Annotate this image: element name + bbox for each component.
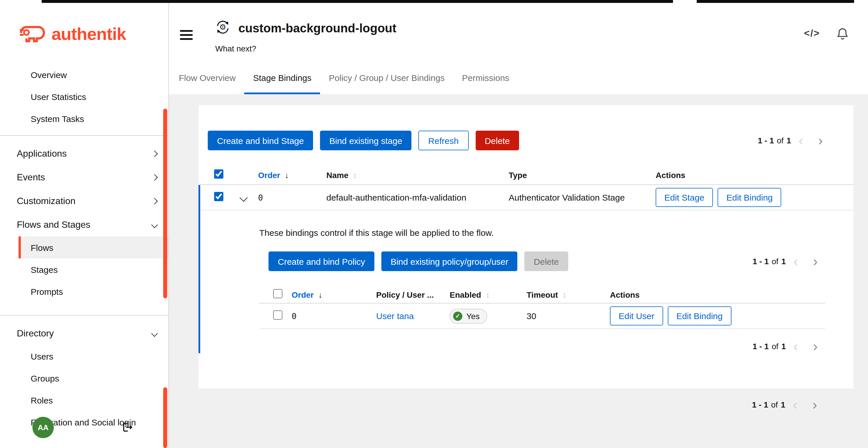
- sidebar-nav: Overview User Statistics System Tasks Ap…: [0, 54, 168, 433]
- tab-flow-overview[interactable]: Flow Overview: [179, 73, 245, 94]
- previous-page-icon[interactable]: ‹: [785, 398, 805, 412]
- column-header-order[interactable]: Order↓: [292, 290, 376, 299]
- bindings-note: These bindings control if this stage wil…: [259, 228, 825, 238]
- row-expander-icon[interactable]: [240, 194, 248, 202]
- refresh-button[interactable]: Refresh: [418, 131, 468, 150]
- create-and-bind-policy-button[interactable]: Create and bind Policy: [269, 251, 374, 271]
- svg-text:⚙: ⚙: [219, 23, 226, 32]
- sidebar-item-label: Users: [31, 351, 53, 361]
- check-icon: ✓: [453, 311, 462, 320]
- pagination-label: 1 - 1of1: [758, 136, 791, 145]
- sort-icon: ↕: [353, 170, 357, 179]
- policy-user-link[interactable]: User tana: [376, 311, 414, 321]
- chevron-right-icon: [151, 198, 158, 204]
- sidebar-item-label: Applications: [17, 148, 67, 159]
- previous-page-icon[interactable]: ‹: [791, 134, 811, 147]
- tab-permissions[interactable]: Permissions: [454, 73, 518, 94]
- sidebar: authentik Overview User Statistics Syste…: [0, 3, 169, 448]
- sidebar-item-prompts[interactable]: Prompts: [19, 280, 168, 302]
- policy-table-row: 0 User tana ✓ Yes 30: [259, 304, 825, 329]
- sidebar-item-stages[interactable]: Stages: [19, 259, 168, 280]
- sidebar-item-label: Flows and Stages: [17, 219, 90, 230]
- column-header-enabled[interactable]: Enabled↕: [450, 290, 527, 299]
- avatar[interactable]: AA: [32, 417, 54, 438]
- column-header-name[interactable]: Name↕: [327, 170, 509, 179]
- delete-button[interactable]: Delete: [475, 131, 519, 150]
- pagination-label: 1 - 1of1: [752, 257, 786, 266]
- chevron-right-icon: [151, 150, 158, 157]
- logout-icon[interactable]: [122, 421, 133, 435]
- sidebar-item-groups[interactable]: Groups: [19, 367, 168, 389]
- stage-table-header: Order↓ Name↕ Type Actions: [198, 165, 854, 185]
- column-header-order[interactable]: Order↓: [258, 170, 327, 179]
- create-and-bind-stage-button[interactable]: Create and bind Stage: [208, 131, 313, 150]
- edit-binding-button[interactable]: Edit Binding: [717, 188, 781, 207]
- column-header-timeout[interactable]: Timeout↕: [527, 290, 610, 299]
- sidebar-item-overview[interactable]: Overview: [19, 64, 168, 85]
- delete-policy-button[interactable]: Delete: [525, 251, 568, 271]
- sort-icon: ↕: [486, 290, 490, 299]
- policy-table-header: Order↓ Policy / User ... Enabled↕ Timeou…: [259, 286, 825, 304]
- sidebar-item-user-statistics[interactable]: User Statistics: [19, 85, 168, 107]
- sidebar-item-label: Events: [17, 172, 45, 182]
- sidebar-scrollbar-thumb[interactable]: [163, 109, 167, 298]
- code-icon[interactable]: </>: [804, 28, 820, 39]
- sidebar-item-label: Roles: [31, 395, 53, 405]
- previous-page-icon[interactable]: ‹: [786, 254, 806, 268]
- row-checkbox[interactable]: [273, 310, 282, 320]
- row-order: 0: [292, 311, 376, 320]
- bind-existing-policy-button[interactable]: Bind existing policy/group/user: [381, 251, 518, 271]
- expanded-row-block: 0 default-authentication-mfa-validation …: [198, 185, 854, 353]
- sidebar-item-system-tasks[interactable]: System Tasks: [19, 107, 168, 130]
- sidebar-item-roles[interactable]: Roles: [19, 389, 168, 411]
- sidebar-divider: [0, 315, 168, 316]
- policy-pagination-top: 1 - 1of1 ‹ ›: [752, 254, 825, 268]
- sidebar-item-label: Flows: [31, 242, 53, 252]
- sidebar-item-label: Prompts: [31, 286, 63, 296]
- sidebar-item-users[interactable]: Users: [19, 345, 168, 367]
- tab-policy-group-user-bindings[interactable]: Policy / Group / User Bindings: [320, 73, 454, 94]
- pagination-label: 1 - 1of1: [752, 400, 785, 409]
- edit-user-button[interactable]: Edit User: [610, 306, 663, 325]
- enabled-badge: ✓ Yes: [450, 308, 487, 323]
- flow-icon: ⚙: [215, 20, 230, 37]
- sidebar-item-flows-and-stages[interactable]: Flows and Stages: [0, 213, 168, 236]
- sidebar-scrollbar-thumb[interactable]: [163, 387, 167, 448]
- pagination-top: 1 - 1of1 ‹ ›: [758, 134, 830, 147]
- next-page-icon[interactable]: ›: [806, 254, 825, 268]
- menu-icon[interactable]: [179, 29, 194, 41]
- next-page-icon[interactable]: ›: [811, 134, 830, 147]
- edit-binding-button[interactable]: Edit Binding: [668, 306, 731, 325]
- sidebar-item-label: Overview: [31, 70, 67, 79]
- main-area: ⚙ custom-background-logout What next? </…: [169, 3, 868, 448]
- sidebar-item-label: Stages: [31, 265, 58, 274]
- sort-desc-icon: ↓: [318, 290, 322, 299]
- bind-existing-stage-button[interactable]: Bind existing stage: [320, 131, 411, 150]
- sidebar-divider: [0, 135, 168, 136]
- sidebar-item-label: Customization: [17, 196, 75, 206]
- bell-icon[interactable]: [836, 27, 849, 40]
- sidebar-item-applications[interactable]: Applications: [0, 142, 168, 165]
- sidebar-item-label: System Tasks: [31, 113, 84, 124]
- sidebar-item-customization[interactable]: Customization: [0, 189, 168, 213]
- sidebar-footer: AA: [0, 417, 168, 438]
- column-header-type: Type: [509, 170, 656, 179]
- top-strip-segment: [42, 0, 673, 3]
- next-page-icon[interactable]: ›: [805, 398, 825, 412]
- previous-page-icon[interactable]: ‹: [786, 339, 806, 353]
- next-page-icon[interactable]: ›: [806, 339, 825, 353]
- page-header: ⚙ custom-background-logout What next? </…: [169, 3, 868, 94]
- tab-stage-bindings[interactable]: Stage Bindings: [245, 73, 320, 94]
- row-checkbox[interactable]: [214, 192, 223, 201]
- select-all-checkbox[interactable]: [214, 169, 223, 179]
- sort-icon: ↕: [562, 290, 566, 299]
- chevron-down-icon: [151, 330, 158, 337]
- chevron-down-icon: [151, 221, 158, 228]
- authentik-logo[interactable]: authentik: [0, 3, 168, 54]
- sidebar-item-directory[interactable]: Directory: [0, 321, 168, 345]
- edit-stage-button[interactable]: Edit Stage: [656, 188, 713, 207]
- select-all-checkbox[interactable]: [273, 289, 282, 298]
- row-name: default-authentication-mfa-validation: [327, 193, 509, 202]
- sidebar-item-events[interactable]: Events: [0, 165, 168, 189]
- sidebar-item-flows[interactable]: Flows: [19, 236, 168, 259]
